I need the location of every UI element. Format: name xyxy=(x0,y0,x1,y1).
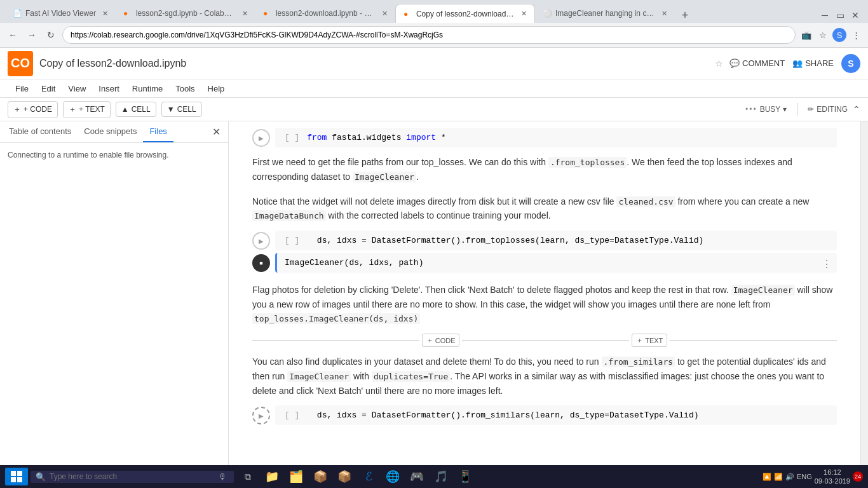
search-input[interactable] xyxy=(50,472,215,481)
cell-bracket: [ ] xyxy=(285,410,309,420)
phone-icon[interactable]: 📱 xyxy=(454,466,477,487)
menu-icon[interactable]: ⋮ xyxy=(849,28,863,42)
cast-icon[interactable]: 📺 xyxy=(799,28,813,42)
tray-up-icon[interactable]: 🔼 xyxy=(763,473,771,481)
address-bar-icons: 📺 ☆ S ⋮ xyxy=(799,28,863,42)
run-cell-btn[interactable]: ▶ xyxy=(252,407,270,424)
time-block: 16:12 09-03-2019 xyxy=(815,468,850,486)
back-btn[interactable]: ← xyxy=(5,27,20,43)
tab-title: lesson2-download.ipynb - Coll xyxy=(276,9,376,18)
menu-bar: File Edit View Insert Runtime Tools Help xyxy=(0,79,868,97)
close-tab-btn[interactable]: ✕ xyxy=(242,10,248,18)
code-content[interactable]: [ ] ds, idxs = DatasetFormatter().from_s… xyxy=(275,405,837,425)
clock-date: 09-03-2019 xyxy=(815,477,850,485)
cell-bracket: [ ] xyxy=(285,133,299,142)
menu-file[interactable]: File xyxy=(9,79,35,97)
close-window-btn[interactable]: ✕ xyxy=(848,8,863,23)
tab-imagecleaner[interactable]: ⚪ ImageCleaner hanging in cola ✕ xyxy=(535,4,675,23)
files-icon[interactable]: 🗂️ xyxy=(285,466,308,487)
sidebar-close-btn[interactable]: ✕ xyxy=(207,123,226,140)
code-cell-import: ▶ [ ] from fastai.widgets import * xyxy=(252,128,837,147)
taskbar: 🔍 🎙 ⧉ 📁 🗂️ 📦 📦 ℰ 🌐 🎮 🎵 xyxy=(0,465,868,488)
scrollbar-track[interactable] xyxy=(860,121,868,466)
user-avatar[interactable]: S xyxy=(841,54,860,73)
mic-icon: 🎙 xyxy=(219,472,227,482)
address-input[interactable] xyxy=(62,26,796,44)
close-tab-btn[interactable]: ✕ xyxy=(521,10,527,18)
run-cell-btn[interactable]: ■ xyxy=(252,254,270,272)
code-content[interactable]: [ ] ds, idxs = DatasetFormatter().from_t… xyxy=(275,231,837,250)
edge-icon[interactable]: ℰ xyxy=(357,466,380,487)
tab-bar: 📄 Fast AI Video Viewer ✕ ● lesson2-sgd.i… xyxy=(0,0,868,23)
dropbox-icon[interactable]: 📦 xyxy=(333,466,356,487)
file-explorer-icon[interactable]: 📁 xyxy=(261,466,283,487)
move-cell-down-btn[interactable]: ▼ CELL xyxy=(161,102,202,117)
volume-icon[interactable]: 🔊 xyxy=(785,473,794,481)
taskbar-search[interactable]: 🔍 🎙 xyxy=(31,471,234,483)
share-btn[interactable]: 👥 SHARE xyxy=(792,58,834,68)
store-icon[interactable]: 📦 xyxy=(309,466,332,487)
refresh-btn[interactable]: ↻ xyxy=(43,27,58,43)
tab-favicon: 📄 xyxy=(13,9,22,18)
text-cell-4: You can also find duplicates in your dat… xyxy=(252,349,837,403)
chrome-icon[interactable]: 🌐 xyxy=(381,466,404,487)
tab-code-snippets[interactable]: Code snippets xyxy=(78,121,143,142)
menu-runtime[interactable]: Runtime xyxy=(126,79,169,97)
play-icon: ▶ xyxy=(259,238,264,245)
text-cell-1: First we need to get the file paths from… xyxy=(252,150,837,189)
plus-icon: ＋ xyxy=(636,336,643,345)
share-icon: 👥 xyxy=(792,58,803,68)
add-text-btn[interactable]: ＋ + TEXT xyxy=(63,101,111,118)
taskbar-icons: ⧉ 📁 🗂️ 📦 📦 ℰ 🌐 🎮 🎵 📱 xyxy=(236,466,477,487)
forward-btn[interactable]: → xyxy=(24,27,39,43)
tab-files[interactable]: Files xyxy=(143,121,173,142)
menu-tools[interactable]: Tools xyxy=(169,79,201,97)
close-tab-btn[interactable]: ✕ xyxy=(102,10,108,18)
move-cell-up-btn[interactable]: ▲ CELL xyxy=(116,102,156,117)
tab-copy-lesson2[interactable]: ● Copy of lesson2-download.ipy ✕ xyxy=(395,4,535,23)
comment-btn[interactable]: 💬 COMMENT xyxy=(729,58,785,68)
insert-text-btn[interactable]: ＋ TEXT xyxy=(632,334,667,347)
tab-fast-ai[interactable]: 📄 Fast AI Video Viewer ✕ xyxy=(5,4,116,23)
notebook-area[interactable]: ▶ [ ] from fastai.widgets import * First… xyxy=(229,121,860,466)
windows-logo-icon xyxy=(10,470,23,483)
lang-label[interactable]: ENG xyxy=(797,473,812,480)
menu-insert[interactable]: Insert xyxy=(92,79,126,97)
media-icon[interactable]: 🎵 xyxy=(430,466,452,487)
insert-code-btn[interactable]: ＋ CODE xyxy=(422,334,460,347)
bookmark-icon[interactable]: ☆ xyxy=(816,28,830,42)
menu-view[interactable]: View xyxy=(62,79,92,97)
notification-badge[interactable]: 24 xyxy=(853,471,863,482)
restore-btn[interactable]: ▭ xyxy=(832,8,848,23)
start-btn[interactable] xyxy=(5,468,28,485)
network-icon[interactable]: 📶 xyxy=(774,473,783,481)
gaming-icon[interactable]: 🎮 xyxy=(405,466,428,487)
code-content[interactable]: [ ] from fastai.widgets import * xyxy=(275,128,837,147)
busy-dots-icon: ••• xyxy=(745,105,757,114)
close-tab-btn[interactable]: ✕ xyxy=(382,10,388,18)
tab-title: ImageCleaner hanging in cola xyxy=(555,9,655,18)
user-icon[interactable]: S xyxy=(832,28,846,42)
star-btn[interactable]: ☆ xyxy=(715,58,723,69)
collapse-toolbar-btn[interactable]: ⌃ xyxy=(853,104,860,114)
minimize-btn[interactable]: ─ xyxy=(817,8,832,23)
run-cell-btn[interactable]: ▶ xyxy=(252,232,270,250)
tab-table-of-contents[interactable]: Table of contents xyxy=(3,121,78,142)
task-view-btn[interactable]: ⧉ xyxy=(236,466,259,487)
svg-rect-0 xyxy=(11,471,16,476)
add-code-btn[interactable]: ＋ + CODE xyxy=(8,101,58,118)
new-tab-button[interactable]: + xyxy=(677,8,693,23)
insert-line-left xyxy=(252,340,419,341)
play-icon: ▶ xyxy=(259,135,264,142)
inline-code: duplicates=True xyxy=(372,371,450,382)
tab-lesson2-sgd[interactable]: ● lesson2-sgd.ipynb - Colaborat ✕ xyxy=(116,4,255,23)
menu-help[interactable]: Help xyxy=(201,79,231,97)
editing-btn[interactable]: ✏ EDITING xyxy=(808,105,848,114)
close-tab-btn[interactable]: ✕ xyxy=(661,10,667,18)
cell-more-btn[interactable]: ⋮ xyxy=(822,258,832,271)
tab-lesson2-download[interactable]: ● lesson2-download.ipynb - Coll ✕ xyxy=(255,4,395,23)
run-cell-btn[interactable]: ▶ xyxy=(252,129,270,147)
busy-badge[interactable]: ••• BUSY ▾ xyxy=(745,105,787,114)
menu-edit[interactable]: Edit xyxy=(35,79,62,97)
code-content[interactable]: ImageCleaner(ds, idxs, path) ⋮ xyxy=(275,253,837,273)
